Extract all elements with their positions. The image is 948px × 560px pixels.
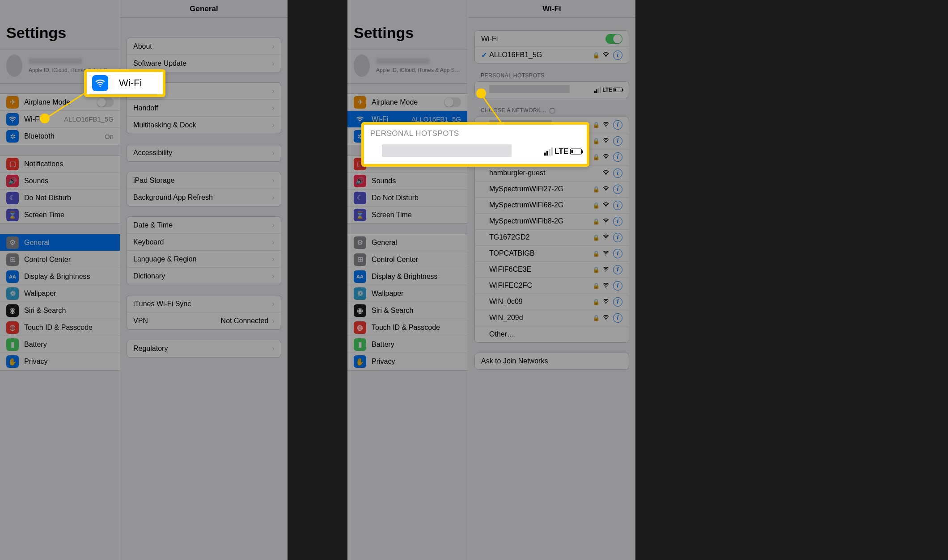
sidebar-item-general[interactable]: ⚙General <box>0 234 120 251</box>
network-name: WIN_209d <box>489 314 592 322</box>
notifications-label: Notifications <box>24 160 114 168</box>
svg-point-5 <box>605 158 606 159</box>
battery-label: Battery <box>24 341 114 349</box>
sidebar-item-touchid[interactable]: ◍Touch ID & Passcode <box>347 319 467 336</box>
sidebar-item-display[interactable]: AADisplay & Brightness <box>347 268 467 285</box>
general-keyboard[interactable]: Keyboard› <box>127 234 281 251</box>
lock-icon: 🔒 <box>592 234 600 241</box>
network-row[interactable]: MySpectrumWiFi27-2G🔒i <box>475 181 629 198</box>
svg-point-7 <box>605 190 606 191</box>
sidebar-item-dnd[interactable]: ☾Do Not Disturb <box>347 189 467 206</box>
hotspot-row[interactable]: LTE <box>475 82 629 98</box>
sidebar-item-touchid[interactable]: ◍Touch ID & Passcode <box>0 319 120 336</box>
network-row[interactable]: MySpectrumWiFi68-2G🔒i <box>475 198 629 214</box>
wifi-toggle-label: Wi-Fi <box>481 35 605 43</box>
sidebar-item-screentime[interactable]: ⌛Screen Time <box>0 206 120 223</box>
general-label: General <box>372 239 461 247</box>
sidebar-item-general[interactable]: ⚙General <box>347 234 467 251</box>
sidebar-item-wallpaper[interactable]: ❁Wallpaper <box>0 285 120 302</box>
battery-icon <box>614 88 622 92</box>
siri-label: Siri & Search <box>372 307 461 315</box>
privacy-label: Privacy <box>24 358 114 366</box>
hotspot-name-redacted <box>382 144 512 157</box>
network-row[interactable]: hamburgler-guesti <box>475 165 629 181</box>
general-itunes-wifi[interactable]: iTunes Wi-Fi Sync› <box>127 295 281 312</box>
general-dictionary[interactable]: Dictionary› <box>127 268 281 285</box>
sidebar-item-battery[interactable]: ▮Battery <box>0 336 120 353</box>
info-icon[interactable]: i <box>613 217 622 226</box>
sidebar-item-bluetooth[interactable]: ✲ Bluetooth On <box>0 128 120 145</box>
info-icon[interactable]: i <box>613 313 622 323</box>
network-row[interactable]: TOPCATBIGB🔒i <box>475 246 629 262</box>
info-icon[interactable]: i <box>613 120 622 130</box>
info-icon[interactable]: i <box>613 201 622 210</box>
ask-to-join-row[interactable]: Ask to Join Networks <box>475 353 629 369</box>
general-multitasking[interactable]: Multitasking & Dock› <box>127 117 281 134</box>
avatar <box>6 55 22 77</box>
wallpaper-icon: ❁ <box>6 287 19 300</box>
network-row[interactable]: TG1672GD2🔒i <box>475 230 629 246</box>
info-icon[interactable]: i <box>613 51 622 60</box>
wifi-toggle-row[interactable]: Wi-Fi <box>475 31 629 47</box>
info-icon[interactable]: i <box>613 281 622 291</box>
info-icon[interactable]: i <box>613 136 622 146</box>
network-row[interactable]: WIN_209d🔒i <box>475 310 629 326</box>
network-row[interactable]: MySpectrumWiFib8-2G🔒i <box>475 214 629 230</box>
general-handoff[interactable]: Handoff› <box>127 100 281 117</box>
network-row[interactable]: WIFIF6CE3E🔒i <box>475 262 629 278</box>
info-icon[interactable]: i <box>613 249 622 258</box>
general-vpn[interactable]: VPNNot Connected› <box>127 312 281 329</box>
callout-wifi: Wi-Fi <box>84 69 165 97</box>
sidebar-item-controlcenter[interactable]: ⊞Control Center <box>0 251 120 268</box>
info-icon[interactable]: i <box>613 233 622 242</box>
sidebar-item-privacy[interactable]: ✋Privacy <box>0 353 120 370</box>
software-update-label: Software Update <box>133 59 268 67</box>
sidebar-item-airplane[interactable]: ✈Airplane Mode <box>347 94 467 111</box>
lte-label: LTE <box>554 147 568 156</box>
wifi-connected-row[interactable]: ✓ ALLO16FB1_5G 🔒 i <box>475 47 629 63</box>
battery-icon <box>570 149 582 155</box>
screentime-label: Screen Time <box>24 211 114 219</box>
sidebar-item-sounds[interactable]: 🔊Sounds <box>347 173 467 189</box>
info-icon[interactable]: i <box>613 152 622 162</box>
airplane-switch[interactable] <box>97 97 114 107</box>
lock-icon: 🔒 <box>592 250 600 257</box>
sidebar-item-wallpaper[interactable]: ❁Wallpaper <box>347 285 467 302</box>
info-icon[interactable]: i <box>613 185 622 194</box>
general-accessibility[interactable]: Accessibility› <box>127 144 281 161</box>
wifi-switch[interactable] <box>605 34 622 44</box>
handoff-label: Handoff <box>133 104 268 112</box>
general-ipad-storage[interactable]: iPad Storage› <box>127 172 281 189</box>
screentime-icon: ⌛ <box>6 209 19 221</box>
sidebar-item-notifications[interactable]: ▢Notifications <box>0 156 120 173</box>
network-row[interactable]: WIN_0c09🔒i <box>475 294 629 310</box>
general-background-refresh[interactable]: Background App Refresh› <box>127 189 281 206</box>
apple-id-row[interactable]: Apple ID, iCloud, iTunes & App St… <box>347 50 467 83</box>
sidebar-item-controlcenter[interactable]: ⊞Control Center <box>347 251 467 268</box>
lock-icon: 🔒 <box>592 282 600 289</box>
siri-icon: ◉ <box>6 304 19 317</box>
sidebar-item-battery[interactable]: ▮Battery <box>347 336 467 353</box>
airplane-switch[interactable] <box>444 97 461 107</box>
sidebar-item-wifi[interactable]: Wi-Fi ALLO16FB1_5G <box>0 111 120 128</box>
info-icon[interactable]: i <box>613 265 622 274</box>
sidebar-item-siri[interactable]: ◉Siri & Search <box>0 302 120 319</box>
chevron-right-icon: › <box>268 59 275 68</box>
general-about[interactable]: About› <box>127 38 281 55</box>
sidebar-item-siri[interactable]: ◉Siri & Search <box>347 302 467 319</box>
general-regulatory[interactable]: Regulatory› <box>127 340 281 357</box>
account-subtitle: Apple ID, iCloud, iTunes & App St… <box>376 67 461 73</box>
network-other[interactable]: Other… <box>475 326 629 342</box>
sidebar-item-privacy[interactable]: ✋Privacy <box>347 353 467 370</box>
info-icon[interactable]: i <box>613 168 622 178</box>
sidebar-item-sounds[interactable]: 🔊Sounds <box>0 173 120 189</box>
sidebar-item-dnd[interactable]: ☾Do Not Disturb <box>0 189 120 206</box>
lock-icon: 🔒 <box>592 315 600 321</box>
info-icon[interactable]: i <box>613 297 622 307</box>
sidebar-item-screentime[interactable]: ⌛Screen Time <box>347 206 467 223</box>
general-datetime[interactable]: Date & Time› <box>127 217 281 234</box>
sidebar-item-display[interactable]: AADisplay & Brightness <box>0 268 120 285</box>
network-row[interactable]: WIFIFEC2FC🔒i <box>475 278 629 294</box>
general-language[interactable]: Language & Region› <box>127 251 281 268</box>
cell-signal-icon <box>544 147 553 156</box>
